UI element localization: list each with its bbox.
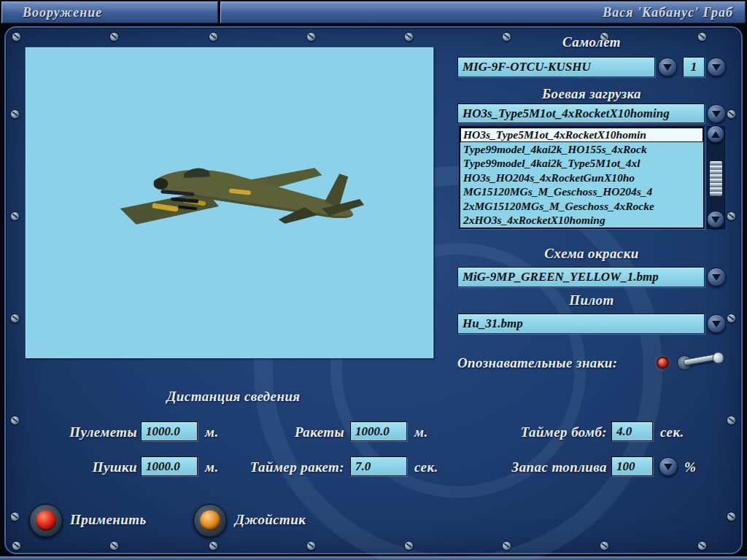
pilot-label: Пилот [457,292,726,308]
screw-icon [727,211,736,221]
loadout-option[interactable]: HO3s_Type5M1ot_4xRocketX10homin [460,128,703,142]
cannons-convergence-field[interactable]: 1000.0 [141,456,198,476]
screw-icon [727,109,736,119]
screw-icon [727,512,736,521]
aircraft-count-arrow-icon[interactable] [707,58,726,77]
fuel-field[interactable]: 100 [611,456,653,476]
fuel-label: Запас топлива [509,459,607,475]
screw-icon [502,541,511,551]
fuel-arrow-icon[interactable] [659,457,678,476]
screw-icon [404,32,414,42]
bomb-timer-label: Таймер бомб: [509,424,607,440]
screw-icon [209,32,218,42]
red-button-icon [36,510,56,531]
screw-icon [10,211,20,221]
bomb-timer-field[interactable]: 4.0 [611,421,653,441]
aircraft-model-image [26,47,433,358]
screw-icon [10,109,20,119]
loadout-option[interactable]: Type99model_4kai2k_HO155s_4xRock [460,142,703,157]
rocket-timer-field[interactable]: 7.0 [350,456,407,476]
screw-icon [12,541,21,551]
aircraft-label: Самолет [457,34,726,50]
armament-screen: Вооружение Вася 'Кабанус' Граб [0,0,747,560]
screw-icon [727,314,736,323]
paint-label: Схема окраски [457,246,726,262]
rockets-unit: м. [414,424,428,440]
apply-button-label[interactable]: Применить [70,512,146,528]
aircraft-count-field[interactable]: 1 [683,57,705,77]
aircraft-select[interactable]: MIG-9F-OTCU-KUSHU [457,57,655,77]
rockets-convergence-field[interactable]: 1000.0 [350,421,407,441]
player-name: Вася 'Кабанус' Граб [603,5,733,20]
markings-toggle[interactable] [655,351,728,376]
joystick-button[interactable] [193,504,227,537]
loadout-option[interactable]: 2xMG15120MGs_M_Geschoss_4xRocke [460,199,703,214]
paint-select[interactable]: MiG-9MP_GREEN_YELLOW_1.bmp [457,267,705,287]
rockets-label: Ракеты [261,424,344,440]
loadout-option[interactable]: Type99model_4kai2k_Type5M1ot_4xl [460,156,703,171]
bottom-strip [0,556,747,560]
loadout-options-list: HO3s_Type5M1ot_4xRocketX10homin Type99mo… [459,126,705,229]
screw-icon [109,541,119,551]
rocket-timer-label: Таймер ракет: [247,459,344,475]
screw-icon [404,541,414,551]
screen-title-tab: Вооружение [1,1,218,23]
screw-icon [10,416,20,425]
loadout-select[interactable]: HO3s_Type5M1ot_4xRocketX10homing [457,104,705,123]
amber-button-icon [200,510,220,531]
paint-dropdown-arrow-icon[interactable] [707,268,726,287]
markings-label: Опознавательные знаки: [457,355,617,371]
screw-icon [306,32,316,42]
screen-title: Вооружение [23,5,102,20]
pilot-dropdown-arrow-icon[interactable] [707,314,726,333]
screw-icon [697,541,707,551]
mg-unit: м. [205,424,219,440]
loadout-option[interactable]: 2xHO3s_4xRocketX10homing [460,213,703,228]
loadout-option[interactable]: HO3s_HO204s_4xRocketGunX10ho [460,171,703,185]
scroll-down-arrow-icon[interactable] [707,211,724,228]
screw-icon [727,416,736,425]
mg-convergence-field[interactable]: 1000.0 [141,421,198,441]
loadout-label: Боевая загрузка [457,86,726,102]
scroll-up-arrow-icon[interactable] [707,125,724,143]
rocket-timer-unit: сек. [414,459,438,475]
screw-icon [10,512,20,521]
scrollbar-thumb[interactable] [709,160,723,197]
apply-button[interactable] [29,504,63,537]
fuel-unit: % [684,459,696,475]
indicator-light-icon [657,357,669,369]
screw-icon [209,541,218,551]
screw-icon [12,32,21,42]
cannons-unit: м. [205,459,219,475]
screw-icon [10,314,20,323]
convergence-title: Дистанция сведения [131,389,336,405]
mg-label: Пулеметы [46,424,137,440]
toggle-lever-icon [683,353,723,366]
screw-icon [306,541,316,551]
screw-icon [109,32,119,42]
aircraft-preview [25,47,434,359]
joystick-button-label[interactable]: Джойстик [235,512,306,528]
bomb-timer-unit: сек. [660,424,684,440]
cannons-label: Пушки [46,459,137,475]
aircraft-dropdown-arrow-icon[interactable] [658,58,677,77]
pilot-select[interactable]: Hu_31.bmp [457,314,705,334]
loadout-option[interactable]: MG15120MGs_M_Geschoss_HO204s_4 [460,184,703,199]
player-name-bar: Вася 'Кабанус' Граб [220,1,746,23]
loadout-dropdown-arrow-icon[interactable] [707,104,726,123]
screw-icon [600,541,609,551]
